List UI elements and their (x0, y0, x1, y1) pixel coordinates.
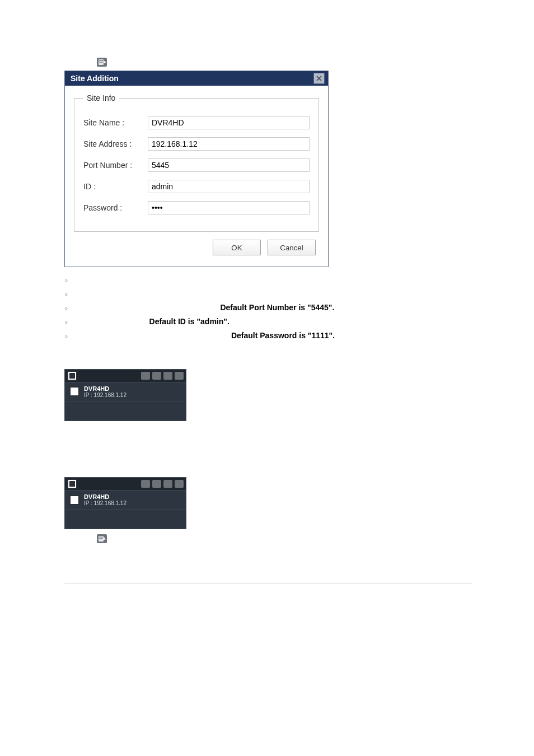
site-addition-dialog: Site Addition Site Info Site Name : Site… (64, 71, 329, 267)
tree-tool-icon[interactable] (152, 480, 161, 488)
after-bullets-line: Click the OK button, and then the regist… (64, 352, 472, 363)
tree-root-toggle[interactable] (67, 371, 77, 381)
port-number-input[interactable] (148, 158, 310, 172)
svg-rect-5 (99, 538, 103, 539)
site-tree-panel: DVR4HD IP : 192.168.1.12 (64, 369, 186, 421)
field-descriptions: ○Site Name: Input a name that properly d… (64, 274, 472, 342)
bullet-row: ○Site Name: Input a name that properly d… (64, 274, 472, 286)
bullet-row: ○Port Number: Input port number of DVR. … (64, 302, 472, 314)
dialog-title-text: Site Addition (71, 74, 119, 83)
tree-tool-icon[interactable] (163, 372, 172, 380)
tree-tool-icon[interactable] (141, 372, 150, 380)
tree-item[interactable]: DVR4HD IP : 192.168.1.12 (65, 382, 186, 402)
tree-item-ip: IP : 192.168.1.12 (84, 392, 127, 398)
tree-item-toggle[interactable] (69, 386, 79, 396)
delete-line: Click the button and the selected site i… (64, 533, 472, 544)
dialog-titlebar: Site Addition (65, 71, 328, 86)
id-label: ID : (83, 182, 148, 191)
tree-tool-icon[interactable] (175, 480, 184, 488)
site-info-legend: Site Info (83, 94, 119, 102)
site-name-label: Site Name : (83, 118, 148, 127)
footer-rule (64, 583, 472, 584)
svg-rect-1 (99, 60, 103, 61)
port-number-label: Port Number : (83, 161, 148, 170)
tree-tool-icon[interactable] (163, 480, 172, 488)
site-address-label: Site Address : (83, 139, 148, 148)
close-button[interactable] (313, 73, 325, 84)
id-input[interactable] (148, 180, 310, 193)
svg-rect-2 (99, 62, 103, 63)
add-site-icon (97, 58, 107, 67)
password-label: Password : (83, 203, 148, 212)
delete-section-line1: Select the site that you want to delete … (64, 460, 472, 472)
delete-section-title: Deleting a Site (64, 447, 472, 458)
password-input[interactable] (148, 201, 310, 214)
tree-tool-icon[interactable] (141, 480, 150, 488)
site-info-fieldset: Site Info Site Name : Site Address : Por… (74, 94, 319, 232)
tree-tool-icon[interactable] (175, 372, 184, 380)
tree-item-ip: IP : 192.168.1.12 (84, 500, 127, 506)
delete-site-icon (97, 534, 107, 543)
intro-line: Click the button and the following windo… (64, 56, 472, 67)
ok-button[interactable]: OK (213, 240, 261, 255)
cancel-button[interactable]: Cancel (268, 240, 316, 255)
site-address-input[interactable] (148, 137, 310, 151)
tree-item-name: DVR4HD (84, 493, 127, 500)
bullet-row: ○Password: Input network password of DVR… (64, 330, 472, 342)
site-name-input[interactable] (148, 116, 310, 129)
svg-rect-4 (99, 536, 103, 538)
site-tree-panel: DVR4HD IP : 192.168.1.12 (64, 477, 186, 529)
tree-tool-icon[interactable] (152, 372, 161, 380)
tree-item-toggle[interactable] (69, 495, 79, 505)
bullet-row: ○ID: Input ID of DVR. Default ID is "adm… (64, 316, 472, 328)
bullet-row: ○IP Address: Input IP address (Public IP… (64, 288, 472, 300)
tree-root-toggle[interactable] (67, 479, 77, 489)
tree-item[interactable]: DVR4HD IP : 192.168.1.12 (65, 491, 186, 510)
tree-item-name: DVR4HD (84, 385, 127, 392)
